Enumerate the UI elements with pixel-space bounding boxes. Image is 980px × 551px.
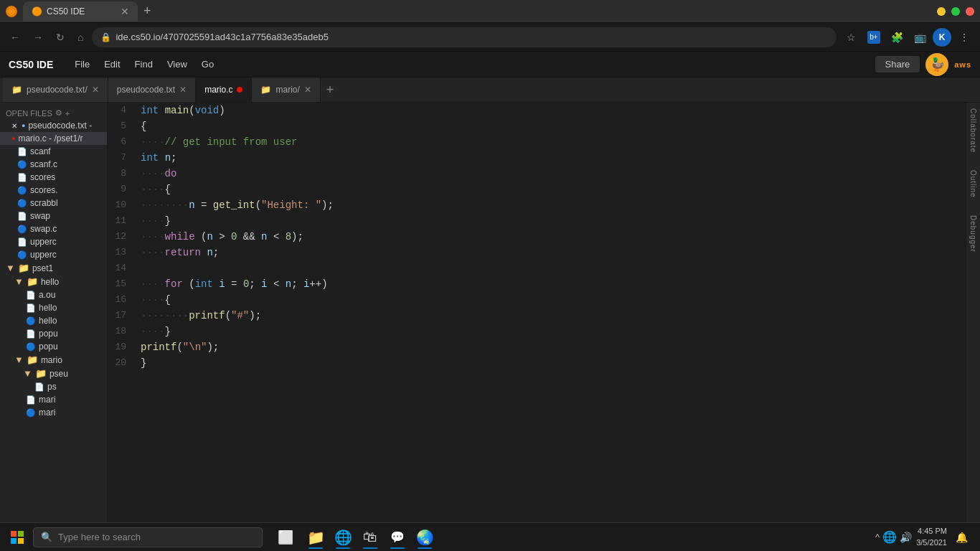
- browser-tab-close[interactable]: ✕: [121, 6, 129, 17]
- file-tabs-bar: 📁 pseudocode.txt/ ✕ pseudocode.txt ✕ mar…: [0, 77, 980, 103]
- menu-go[interactable]: Go: [194, 56, 221, 72]
- sidebar-folder-pseu[interactable]: ▼ 📁 pseu: [0, 367, 107, 380]
- content-area: 📁 pseudocode.txt/ ✕ pseudocode.txt ✕ mar…: [0, 77, 980, 547]
- extension-icon[interactable]: b+: [864, 27, 884, 47]
- app-title: CS50 IDE: [9, 59, 53, 70]
- search-bar[interactable]: 🔍 Type here to search: [33, 527, 263, 547]
- sidebar-file-popu1[interactable]: 📄 popu: [0, 327, 107, 340]
- folder-icon: 📁: [260, 85, 271, 95]
- sidebar-folder-hello[interactable]: ▼ 📁 hello: [0, 275, 107, 288]
- unsaved-dot: [237, 87, 242, 93]
- sidebar-file-hello1[interactable]: 📄 hello: [0, 301, 107, 314]
- sidebar-file-pseudocode[interactable]: ✕ ● pseudocode.txt -: [0, 119, 107, 132]
- sidebar-folder-mario[interactable]: ▼ 📁 mario: [0, 353, 107, 367]
- sidebar-file-swap-c[interactable]: 🔵 swap.c: [0, 222, 107, 235]
- tab-close-icon[interactable]: ✕: [92, 85, 99, 95]
- taskbar-chat[interactable]: 💬: [385, 524, 410, 550]
- tray-volume-icon[interactable]: 🔊: [900, 532, 912, 543]
- taskbar: 🔍 Type here to search ⬜ 📁 🌐 🛍 💬 🌏 ^ 🌐 🔊 …: [0, 522, 980, 551]
- sidebar-file-aou[interactable]: 📄 a.ou: [0, 288, 107, 301]
- taskbar-edge[interactable]: 🌐: [330, 524, 356, 550]
- settings-icon[interactable]: ⚙: [55, 108, 62, 118]
- sidebar-file-mari1[interactable]: 📄 mari: [0, 393, 107, 406]
- taskbar-file-explorer[interactable]: 📁: [303, 524, 329, 550]
- taskbar-store[interactable]: 🛍: [357, 524, 383, 550]
- line-number: 6: [108, 134, 138, 150]
- sidebar-file-swap[interactable]: 📄 swap: [0, 209, 107, 222]
- window-minimize[interactable]: [937, 7, 946, 16]
- code-editor[interactable]: 4 int main(void) 5 { 6 ····// get input …: [108, 103, 966, 547]
- sidebar-file-mari-c[interactable]: 🔵 mari: [0, 406, 107, 419]
- menu-file[interactable]: File: [67, 56, 97, 72]
- browser-tab-title: CS50 IDE: [47, 6, 85, 17]
- code-line-17: 17 ········printf("#");: [108, 308, 966, 324]
- code-line-13: 13 ····return n;: [108, 245, 966, 260]
- tab-close-icon[interactable]: ✕: [304, 85, 311, 95]
- reload-button[interactable]: ↻: [52, 29, 69, 46]
- code-line-19: 19 printf("\n");: [108, 339, 966, 355]
- menu-view[interactable]: View: [160, 56, 194, 72]
- taskbar-pinned-apps: 📁 🌐 🛍 💬 🌏: [303, 524, 438, 550]
- file-tab-label: mario.c: [204, 85, 232, 95]
- sidebar-file-scrabbl[interactable]: 🔵 scrabbl: [0, 197, 107, 209]
- sidebar-file-scanf[interactable]: 📄 scanf: [0, 145, 107, 158]
- folder-name: pseu: [50, 369, 68, 379]
- tray-up-icon[interactable]: ^: [875, 532, 880, 542]
- code-line-16: 16 ····{: [108, 292, 966, 308]
- add-tab-button[interactable]: +: [321, 83, 340, 98]
- tray-network-icon[interactable]: 🌐: [882, 530, 897, 544]
- sidebar-file-upperc2[interactable]: 🔵 upperc: [0, 248, 107, 261]
- line-number: 8: [108, 166, 138, 182]
- sidebar-folder-pset1[interactable]: ▼ 📁 pset1: [0, 261, 107, 275]
- browser-tab[interactable]: 🟠 CS50 IDE ✕: [23, 1, 138, 22]
- collaborate-label[interactable]: Collaborate: [969, 108, 977, 153]
- start-button[interactable]: [3, 523, 32, 552]
- close-icon[interactable]: ✕: [11, 122, 17, 130]
- star-icon[interactable]: ☆: [841, 27, 861, 47]
- file-tab-pseudocode[interactable]: pseudocode.txt ✕: [108, 77, 196, 102]
- menu-find[interactable]: Find: [128, 56, 160, 72]
- sidebar-file-hello-c[interactable]: 🔵 hello: [0, 314, 107, 327]
- file-name: swap.c: [30, 224, 57, 234]
- sidebar-file-upperc1[interactable]: 📄 upperc: [0, 235, 107, 248]
- file-tab-mario-c[interactable]: mario.c: [196, 77, 252, 102]
- sidebar-file-ps[interactable]: 📄 ps: [0, 380, 107, 393]
- extensions-icon[interactable]: 🧩: [887, 27, 907, 47]
- share-button[interactable]: Share: [875, 56, 920, 72]
- back-button[interactable]: ←: [6, 29, 24, 46]
- active-file-indicator: ●: [11, 135, 15, 142]
- new-tab-button[interactable]: +: [138, 4, 157, 19]
- address-bar-input[interactable]: 🔒 ide.cs50.io/4707025591ad43c1a7756a83e3…: [92, 27, 837, 47]
- folder-name-icon: 📁: [27, 276, 38, 287]
- window-maximize[interactable]: [951, 7, 960, 16]
- sidebar-file-scores[interactable]: 📄 scores: [0, 171, 107, 184]
- add-icon[interactable]: +: [65, 109, 70, 118]
- debugger-label[interactable]: Debugger: [969, 215, 977, 253]
- sidebar-file-mario[interactable]: ● mario.c - /pset1/r: [0, 132, 107, 145]
- file-icon: 🔵: [17, 198, 27, 208]
- window-close[interactable]: [966, 7, 974, 16]
- sidebar-file-scores-c[interactable]: 🔵 scores.: [0, 184, 107, 197]
- cast-icon[interactable]: 📺: [910, 27, 930, 47]
- forward-button[interactable]: →: [29, 29, 47, 46]
- line-number: 4: [108, 103, 138, 118]
- outline-label[interactable]: Outline: [969, 170, 977, 198]
- task-view-button[interactable]: ⬜: [273, 524, 298, 550]
- sidebar-file-popu-c[interactable]: 🔵 popu: [0, 340, 107, 353]
- open-files-section[interactable]: OPEN FILES ⚙ +: [0, 105, 107, 119]
- menu-edit[interactable]: Edit: [97, 56, 127, 72]
- file-tab-mario-folder[interactable]: 📁 mario/ ✕: [252, 77, 320, 102]
- toolbar-icons: ☆ b+ 🧩 📺 K ⋮: [841, 27, 974, 47]
- sidebar-file-scanf-c[interactable]: 🔵 scanf.c: [0, 158, 107, 171]
- line-content: ········n = get_int("Height: ");: [138, 197, 966, 213]
- profile-button[interactable]: K: [933, 28, 951, 47]
- line-number: 9: [108, 182, 138, 197]
- search-placeholder: Type here to search: [58, 532, 141, 542]
- menu-icon[interactable]: ⋮: [954, 27, 974, 47]
- taskbar-chrome[interactable]: 🌏: [412, 524, 438, 550]
- tab-close-icon[interactable]: ✕: [179, 85, 187, 95]
- home-button[interactable]: ⌂: [73, 29, 88, 46]
- file-tab-label: pseudocode.txt/: [27, 85, 88, 95]
- file-tab-pseudocode-folder[interactable]: 📁 pseudocode.txt/ ✕: [3, 77, 108, 102]
- notification-button[interactable]: 🔔: [951, 527, 971, 547]
